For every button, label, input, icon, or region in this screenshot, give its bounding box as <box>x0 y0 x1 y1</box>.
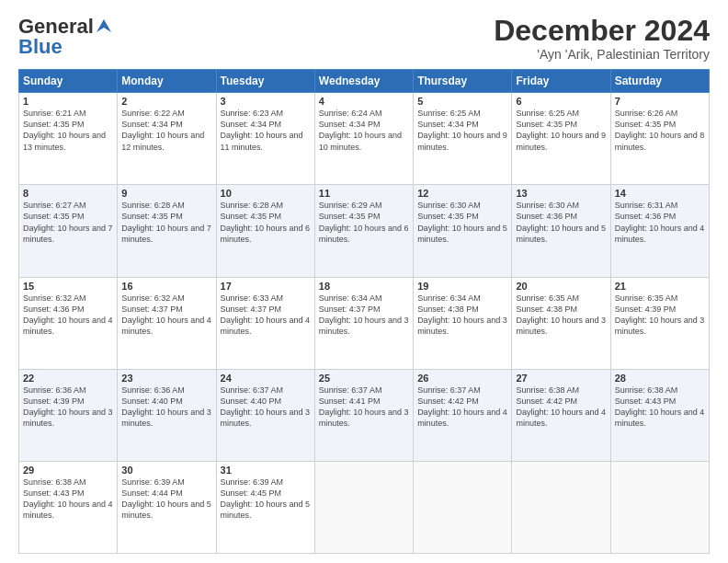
cell-sunrise: Sunrise: 6:33 AM <box>221 293 284 303</box>
table-row: 7 Sunrise: 6:26 AM Sunset: 4:35 PM Dayli… <box>610 93 709 185</box>
day-number: 9 <box>121 188 211 199</box>
table-row: 4 Sunrise: 6:24 AM Sunset: 4:34 PM Dayli… <box>314 93 413 185</box>
logo-blue: Blue <box>18 35 63 59</box>
calendar-week-row: 15 Sunrise: 6:32 AM Sunset: 4:36 PM Dayl… <box>19 277 710 369</box>
cell-daylight: Daylight: 10 hours and 4 minutes. <box>615 224 705 244</box>
cell-sunrise: Sunrise: 6:24 AM <box>319 109 382 118</box>
table-row: 11 Sunrise: 6:29 AM Sunset: 4:35 PM Dayl… <box>314 185 413 277</box>
calendar-week-row: 1 Sunrise: 6:21 AM Sunset: 4:35 PM Dayli… <box>19 93 710 185</box>
table-row: 20 Sunrise: 6:35 AM Sunset: 4:38 PM Dayl… <box>512 277 610 369</box>
cell-sunrise: Sunrise: 6:38 AM <box>516 385 579 395</box>
cell-sunset: Sunset: 4:35 PM <box>23 212 85 221</box>
cell-sunset: Sunset: 4:34 PM <box>121 120 183 129</box>
day-number: 3 <box>221 96 311 107</box>
svg-marker-0 <box>97 19 111 32</box>
cell-daylight: Daylight: 10 hours and 3 minutes. <box>121 408 211 428</box>
day-number: 5 <box>417 96 507 107</box>
table-row <box>314 461 413 553</box>
table-row: 31 Sunrise: 6:39 AM Sunset: 4:45 PM Dayl… <box>216 461 314 553</box>
table-row: 6 Sunrise: 6:25 AM Sunset: 4:35 PM Dayli… <box>512 93 610 185</box>
day-number: 24 <box>221 373 311 384</box>
table-row: 25 Sunrise: 6:37 AM Sunset: 4:41 PM Dayl… <box>314 369 413 461</box>
cell-sunset: Sunset: 4:34 PM <box>221 120 282 129</box>
day-number: 31 <box>221 465 311 476</box>
cell-sunrise: Sunrise: 6:34 AM <box>319 293 382 303</box>
cell-daylight: Daylight: 10 hours and 3 minutes. <box>319 316 409 336</box>
cell-sunset: Sunset: 4:35 PM <box>23 120 85 129</box>
day-number: 15 <box>23 281 113 292</box>
cell-sunset: Sunset: 4:38 PM <box>516 304 577 314</box>
cell-sunset: Sunset: 4:35 PM <box>417 212 479 221</box>
cell-sunrise: Sunrise: 6:30 AM <box>516 201 579 210</box>
cell-sunset: Sunset: 4:43 PM <box>615 396 677 406</box>
day-number: 17 <box>221 281 311 292</box>
cell-sunrise: Sunrise: 6:36 AM <box>121 385 185 395</box>
table-row: 10 Sunrise: 6:28 AM Sunset: 4:35 PM Dayl… <box>216 185 314 277</box>
cell-sunrise: Sunrise: 6:34 AM <box>417 293 481 303</box>
cell-sunset: Sunset: 4:39 PM <box>615 304 677 314</box>
cell-daylight: Daylight: 10 hours and 4 minutes. <box>23 316 113 336</box>
cell-daylight: Daylight: 10 hours and 6 minutes. <box>221 224 311 244</box>
table-row: 28 Sunrise: 6:38 AM Sunset: 4:43 PM Dayl… <box>610 369 709 461</box>
cell-sunrise: Sunrise: 6:28 AM <box>121 201 185 210</box>
cell-sunset: Sunset: 4:43 PM <box>23 488 85 498</box>
cell-sunrise: Sunrise: 6:39 AM <box>121 477 185 487</box>
cell-sunset: Sunset: 4:42 PM <box>417 396 479 406</box>
cell-daylight: Daylight: 10 hours and 5 minutes. <box>121 500 211 520</box>
day-number: 25 <box>319 373 409 384</box>
cell-sunrise: Sunrise: 6:23 AM <box>221 109 284 118</box>
day-number: 22 <box>23 373 113 384</box>
day-number: 28 <box>615 373 705 384</box>
cell-daylight: Daylight: 10 hours and 9 minutes. <box>516 131 606 151</box>
cell-daylight: Daylight: 10 hours and 3 minutes. <box>615 316 705 336</box>
cell-sunset: Sunset: 4:35 PM <box>615 120 677 129</box>
table-row: 27 Sunrise: 6:38 AM Sunset: 4:42 PM Dayl… <box>512 369 610 461</box>
day-number: 11 <box>319 188 409 199</box>
day-number: 4 <box>319 96 409 107</box>
cell-sunset: Sunset: 4:36 PM <box>615 212 677 221</box>
day-number: 14 <box>615 188 705 199</box>
table-row: 12 Sunrise: 6:30 AM Sunset: 4:35 PM Dayl… <box>414 185 512 277</box>
table-row: 3 Sunrise: 6:23 AM Sunset: 4:34 PM Dayli… <box>216 93 314 185</box>
cell-sunrise: Sunrise: 6:30 AM <box>417 201 481 210</box>
cell-sunset: Sunset: 4:35 PM <box>121 212 183 221</box>
day-number: 19 <box>417 281 507 292</box>
cell-daylight: Daylight: 10 hours and 4 minutes. <box>221 316 311 336</box>
cell-sunset: Sunset: 4:35 PM <box>319 212 381 221</box>
cell-sunset: Sunset: 4:44 PM <box>121 488 183 498</box>
cell-sunset: Sunset: 4:35 PM <box>221 212 282 221</box>
cell-sunrise: Sunrise: 6:22 AM <box>121 109 185 118</box>
cell-daylight: Daylight: 10 hours and 5 minutes. <box>516 224 606 244</box>
cell-sunrise: Sunrise: 6:39 AM <box>221 477 284 487</box>
cell-sunrise: Sunrise: 6:37 AM <box>417 385 481 395</box>
cell-daylight: Daylight: 10 hours and 13 minutes. <box>23 131 106 151</box>
day-number: 6 <box>516 96 606 107</box>
cell-sunrise: Sunrise: 6:26 AM <box>615 109 678 118</box>
day-number: 2 <box>121 96 211 107</box>
day-number: 8 <box>23 188 113 199</box>
col-thursday: Thursday <box>414 70 512 93</box>
cell-sunset: Sunset: 4:40 PM <box>121 396 183 406</box>
cell-sunset: Sunset: 4:34 PM <box>417 120 479 129</box>
cell-sunset: Sunset: 4:34 PM <box>319 120 381 129</box>
table-row: 17 Sunrise: 6:33 AM Sunset: 4:37 PM Dayl… <box>216 277 314 369</box>
table-row <box>512 461 610 553</box>
cell-daylight: Daylight: 10 hours and 3 minutes. <box>319 408 409 428</box>
table-row: 19 Sunrise: 6:34 AM Sunset: 4:38 PM Dayl… <box>414 277 512 369</box>
day-number: 26 <box>417 373 507 384</box>
cell-sunset: Sunset: 4:40 PM <box>221 396 282 406</box>
day-number: 27 <box>516 373 606 384</box>
cell-sunrise: Sunrise: 6:37 AM <box>221 385 284 395</box>
cell-sunrise: Sunrise: 6:37 AM <box>319 385 382 395</box>
cell-daylight: Daylight: 10 hours and 4 minutes. <box>23 500 113 520</box>
table-row: 8 Sunrise: 6:27 AM Sunset: 4:35 PM Dayli… <box>19 185 118 277</box>
cell-sunrise: Sunrise: 6:32 AM <box>121 293 185 303</box>
cell-sunrise: Sunrise: 6:38 AM <box>615 385 678 395</box>
table-row <box>610 461 709 553</box>
cell-sunrise: Sunrise: 6:31 AM <box>615 201 678 210</box>
cell-sunrise: Sunrise: 6:28 AM <box>221 201 284 210</box>
day-number: 13 <box>516 188 606 199</box>
cell-sunrise: Sunrise: 6:32 AM <box>23 293 86 303</box>
calendar-table: Sunday Monday Tuesday Wednesday Thursday… <box>18 69 710 554</box>
table-row: 22 Sunrise: 6:36 AM Sunset: 4:39 PM Dayl… <box>19 369 118 461</box>
